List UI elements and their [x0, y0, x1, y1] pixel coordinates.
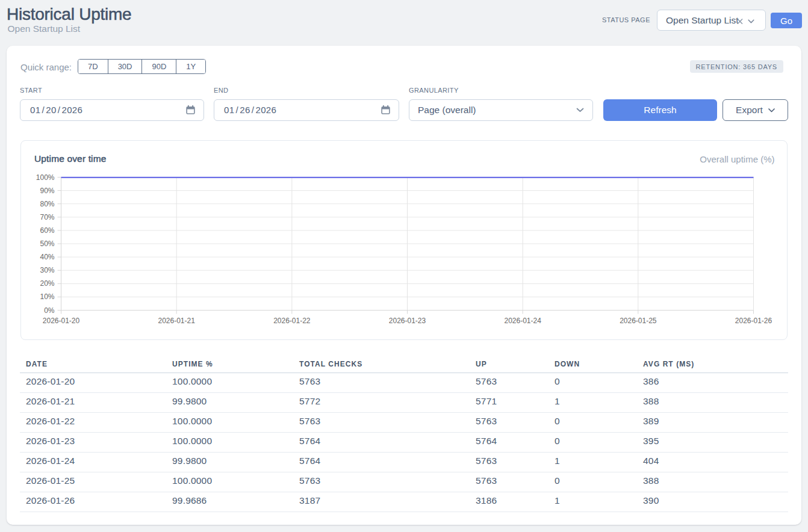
- svg-text:100%: 100%: [36, 173, 55, 182]
- svg-text:2026-01-24: 2026-01-24: [504, 317, 541, 325]
- svg-text:70%: 70%: [40, 213, 54, 221]
- svg-text:10%: 10%: [40, 292, 54, 301]
- svg-text:2026-01-22: 2026-01-22: [273, 317, 311, 325]
- svg-text:90%: 90%: [40, 187, 54, 195]
- svg-text:2026-01-21: 2026-01-21: [158, 317, 195, 325]
- svg-text:20%: 20%: [40, 279, 54, 288]
- svg-text:2026-01-25: 2026-01-25: [620, 317, 657, 325]
- svg-text:2026-01-20: 2026-01-20: [43, 317, 80, 325]
- svg-text:40%: 40%: [40, 253, 54, 261]
- svg-text:30%: 30%: [40, 266, 54, 274]
- svg-text:60%: 60%: [40, 226, 54, 235]
- svg-text:2026-01-23: 2026-01-23: [389, 317, 426, 325]
- svg-text:2026-01-26: 2026-01-26: [735, 317, 772, 325]
- svg-text:80%: 80%: [40, 200, 54, 208]
- svg-text:50%: 50%: [40, 240, 54, 248]
- svg-text:0%: 0%: [44, 306, 55, 315]
